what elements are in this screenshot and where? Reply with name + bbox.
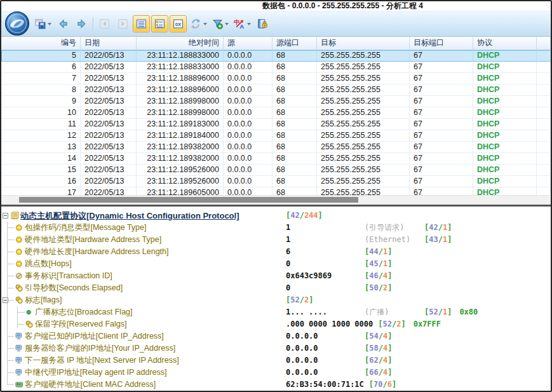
collapse-toggle[interactable]: [3, 297, 8, 303]
decode-row[interactable]: 保留字段[Reserved Falgs].000 0000 1000 0000[…: [1, 318, 551, 330]
packet-row[interactable]: 132022/05/1323:11:12.1893820000.0.0.0682…: [1, 142, 551, 153]
chevron-down-icon: [203, 23, 207, 25]
field-value: 0.0.0.0: [286, 330, 360, 342]
column-header-gutter[interactable]: [537, 37, 551, 50]
tree-stub: [7, 227, 14, 228]
cell-src: 0.0.0.0: [224, 84, 273, 96]
cell-proto: DHCP: [473, 153, 537, 165]
packet-row[interactable]: 122022/05/1323:11:12.1891840000.0.0.0682…: [1, 130, 551, 142]
cell-date: 2022/05/13: [81, 176, 137, 187]
packet-row[interactable]: 62022/05/1323:11:12.1888330000.0.0.06825…: [1, 62, 551, 73]
cell-no: 10: [1, 107, 81, 119]
column-header-src[interactable]: 源: [224, 37, 273, 50]
decode-row[interactable]: 跳点数[Hops]0[45/1]: [1, 258, 551, 270]
cell-proto: DHCP: [473, 62, 537, 73]
decode-row[interactable]: 服务器给客户端的IP地址[Your IP_Address]0.0.0.0[58/…: [1, 342, 551, 355]
bookmark-next-button[interactable]: [114, 15, 131, 32]
field-view-button[interactable]: [151, 15, 168, 32]
tree-stub: [7, 252, 14, 252]
cell-gutter: [537, 50, 551, 62]
hex-view-button[interactable]: 0X: [170, 15, 187, 32]
cell-no: 6: [1, 62, 81, 73]
coin-slash-icon: [15, 272, 24, 280]
column-header-no[interactable]: 编号: [1, 37, 81, 50]
svg-text:0X: 0X: [175, 22, 182, 27]
list-view-button[interactable]: [133, 15, 150, 32]
column-header-sport[interactable]: 源端口: [273, 37, 317, 50]
cell-dport: 67: [410, 50, 473, 62]
offset-length-badge: [62/4]: [365, 356, 392, 365]
decode-row[interactable]: 硬件地址类型[Hardware Address Type]1(Ethernet)…: [1, 234, 551, 246]
cell-sport: 68: [273, 62, 317, 73]
collapse-toggle[interactable]: [3, 213, 8, 219]
packet-info-button[interactable]: [254, 15, 271, 32]
column-header-time[interactable]: 绝对时间: [137, 37, 224, 50]
column-header-dport[interactable]: 目标端口: [410, 37, 473, 50]
field-value: 62:B3:54:00:71:1C: [286, 379, 364, 391]
cell-gutter: [537, 153, 551, 165]
tree-stub: [7, 264, 14, 264]
cell-dport: 67: [410, 107, 473, 119]
decode-row[interactable]: 事务标识[Transaction ID]0x643c9869[46/4]: [1, 270, 551, 282]
decode-row[interactable]: 中继代理IP地址[Relay agent IP address]0.0.0.0[…: [1, 367, 551, 379]
tree-stub: [17, 324, 25, 325]
save-button[interactable]: [33, 15, 53, 32]
packet-row[interactable]: 112022/05/1323:11:12.1891830000.0.0.0682…: [1, 119, 551, 130]
decode-row[interactable]: 包操作码/消息类型[Message Type]1(引导请求)[42/1]: [1, 222, 551, 234]
decode-row[interactable]: 硬件地址长度[Hardware Address Length]6[44/1]: [1, 246, 551, 258]
decode-row[interactable]: 动态主机配置协议[Dynamic Host Configuration Prot…: [1, 210, 551, 222]
cell-dport: 67: [410, 96, 473, 107]
horizontal-scrollbar[interactable]: [1, 195, 551, 205]
field-note: (引导请求): [365, 222, 419, 234]
field-note: (Ethernet): [365, 234, 419, 246]
packet-row[interactable]: 152022/05/1323:11:12.1895260000.0.0.0682…: [1, 165, 551, 176]
packet-row[interactable]: 102022/05/1323:11:12.1889980000.0.0.0682…: [1, 107, 551, 119]
decode-row[interactable]: 客户端已知的IP地址[Client IP_Address]0.0.0.0[54/…: [1, 330, 551, 342]
arrow-right-icon: [76, 18, 87, 29]
packet-row[interactable]: 52022/05/1323:11:12.1888330000.0.0.06825…: [1, 50, 551, 62]
refresh-button[interactable]: [188, 15, 209, 32]
bookmark-left-icon: [99, 18, 110, 29]
cell-date: 2022/05/13: [81, 153, 137, 165]
decode-row[interactable]: 引导秒数[Seconds Elapsed]0[50/2]: [1, 282, 551, 294]
cell-gutter: [537, 107, 551, 119]
packet-row[interactable]: 72022/05/1323:11:12.1888960000.0.0.06825…: [1, 73, 551, 84]
packet-row[interactable]: 82022/05/1323:11:12.1888960000.0.0.06825…: [1, 84, 551, 96]
field-value-area: 0.0.0.0[58/4]: [286, 342, 392, 355]
cell-sport: 68: [273, 142, 317, 153]
field-value: 0.0.0.0: [286, 367, 360, 379]
column-header-date[interactable]: 日期: [81, 37, 137, 50]
cell-date: 2022/05/13: [81, 187, 137, 195]
decode-row[interactable]: 下一服务器 IP 地址[Next Server IP Address]0.0.0…: [1, 355, 551, 367]
cell-dst: 255.255.255.255: [317, 62, 410, 73]
packet-row[interactable]: 162022/05/1323:11:12.1895260000.0.0.0682…: [1, 176, 551, 187]
column-header-proto[interactable]: 协议: [473, 37, 537, 50]
back-button[interactable]: [55, 15, 72, 32]
field-label: 跳点数[Hops]: [25, 258, 72, 270]
coin-icon: [15, 224, 24, 232]
packet-table-header: 编号日期绝对时间源源端口目标目标端口协议: [1, 37, 551, 50]
cell-dst: 255.255.255.255: [317, 50, 410, 62]
forward-button[interactable]: [73, 15, 90, 32]
cell-src: 0.0.0.0: [224, 50, 273, 62]
cell-date: 2022/05/13: [81, 165, 137, 176]
cell-src: 0.0.0.0: [224, 142, 273, 153]
find-text-button[interactable]: 中A: [232, 15, 253, 32]
packet-row[interactable]: 142022/05/1323:11:12.1893820000.0.0.0682…: [1, 153, 551, 165]
field-value: 1... ....: [286, 306, 360, 318]
scrollbar-thumb[interactable]: [19, 197, 358, 203]
offset-length-badge: [42/244]: [286, 211, 323, 220]
filter-button[interactable]: [210, 15, 231, 32]
field-value: 0: [286, 282, 360, 294]
cell-dst: 255.255.255.255: [317, 130, 410, 142]
translate-icon: 中A: [234, 18, 245, 29]
offset-length-badge: [50/2]: [365, 283, 392, 292]
packet-row[interactable]: 92022/05/1323:11:12.1889980000.0.0.06825…: [1, 96, 551, 107]
column-header-dst[interactable]: 目标: [317, 37, 410, 50]
cell-dport: 67: [410, 84, 473, 96]
packet-row[interactable]: 172022/05/1323:11:12.1896050000.0.0.0682…: [1, 187, 551, 195]
decode-row[interactable]: 客户端硬件地址[Client MAC Address]62:B3:54:00:7…: [1, 379, 551, 391]
decode-row[interactable]: 标志[flags][52/2]: [1, 294, 551, 306]
decode-row[interactable]: 广播标志位[Broadcast Flag]1... ....(广播)[52/1]…: [1, 306, 551, 318]
bookmark-prev-button[interactable]: [96, 15, 113, 32]
